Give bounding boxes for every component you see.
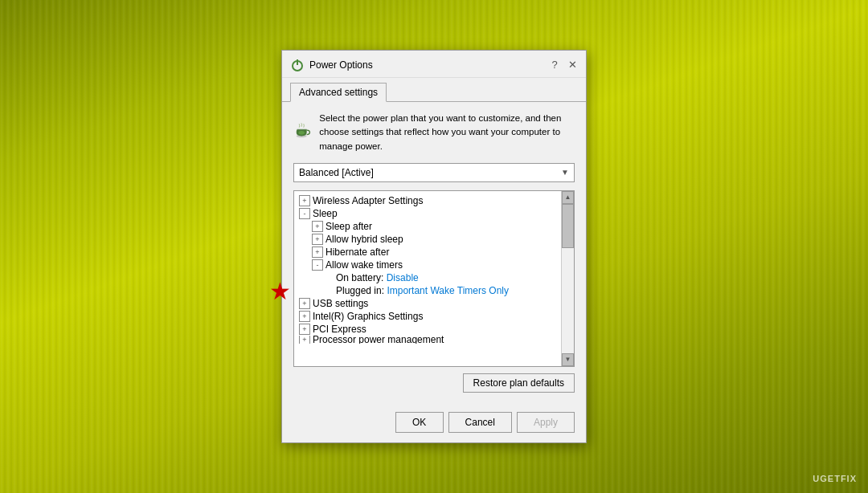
item-label: Sleep bbox=[313, 208, 338, 219]
item-label: Wireless Adapter Settings bbox=[313, 195, 423, 206]
intro-section: Select the power plan that you want to c… bbox=[293, 112, 575, 153]
list-item[interactable]: + USB settings bbox=[294, 297, 574, 310]
footer: OK Cancel Apply bbox=[282, 405, 586, 442]
list-item[interactable]: + PCI Express bbox=[294, 323, 574, 336]
dropdown-arrow-icon: ▼ bbox=[561, 168, 569, 177]
list-item[interactable]: + Wireless Adapter Settings bbox=[294, 194, 574, 207]
title-bar: Power Options ? ✕ bbox=[282, 51, 586, 78]
item-label: Allow hybrid sleep bbox=[326, 234, 403, 245]
expand-icon[interactable]: + bbox=[312, 221, 323, 232]
list-item[interactable]: + Intel(R) Graphics Settings bbox=[294, 310, 574, 323]
tree-wrapper: ★ + Wireless Adapter Settings - Sleep bbox=[293, 190, 575, 367]
cancel-button[interactable]: Cancel bbox=[448, 412, 512, 433]
window-title: Power Options bbox=[309, 59, 547, 71]
item-label: Allow wake timers bbox=[326, 259, 403, 271]
expand-icon[interactable]: + bbox=[299, 298, 310, 309]
expand-icon[interactable]: + bbox=[299, 195, 310, 206]
watermark: UGETFIX bbox=[813, 474, 857, 483]
plugged-in-value: Important Wake Timers Only bbox=[387, 285, 509, 296]
scrollbar-thumb[interactable] bbox=[562, 204, 574, 248]
scrollbar-track: ▲ ▼ bbox=[561, 191, 574, 366]
restore-defaults-button[interactable]: Restore plan defaults bbox=[463, 373, 575, 393]
expand-icon[interactable]: + bbox=[299, 311, 310, 322]
content-area: Select the power plan that you want to c… bbox=[282, 102, 586, 405]
item-label: Processor power management bbox=[313, 336, 444, 344]
tree-inner: + Wireless Adapter Settings - Sleep + Sl… bbox=[294, 191, 574, 366]
item-label: Hibernate after bbox=[326, 246, 389, 258]
expand-icon[interactable]: - bbox=[299, 208, 310, 219]
list-item[interactable]: + Processor power management bbox=[294, 336, 574, 344]
tab-advanced-settings[interactable]: Advanced settings bbox=[290, 83, 387, 102]
item-label: USB settings bbox=[313, 298, 368, 309]
title-bar-icon bbox=[290, 58, 305, 72]
svg-point-3 bbox=[298, 131, 304, 135]
list-item[interactable]: + Hibernate after bbox=[294, 246, 574, 259]
item-label: PCI Express bbox=[313, 324, 366, 335]
expand-icon[interactable]: - bbox=[312, 259, 323, 271]
list-item[interactable]: - Allow wake timers bbox=[294, 259, 574, 271]
tree-container[interactable]: + Wireless Adapter Settings - Sleep + Sl… bbox=[293, 190, 575, 367]
scrollbar-up-button[interactable]: ▲ bbox=[562, 191, 574, 204]
intro-text: Select the power plan that you want to c… bbox=[319, 112, 575, 153]
power-plan-icon bbox=[293, 112, 311, 150]
item-label: Plugged in: bbox=[336, 285, 387, 296]
list-item[interactable]: Plugged in: Important Wake Timers Only bbox=[294, 284, 574, 297]
item-label: Sleep after bbox=[326, 221, 372, 232]
restore-row: Restore plan defaults bbox=[293, 373, 575, 393]
title-bar-controls: ? ✕ bbox=[547, 58, 579, 72]
power-options-dialog: Power Options ? ✕ Advanced settings bbox=[281, 50, 587, 443]
svg-rect-1 bbox=[297, 59, 298, 65]
expand-icon[interactable]: + bbox=[312, 246, 323, 258]
ok-button[interactable]: OK bbox=[395, 412, 444, 433]
expand-icon[interactable]: + bbox=[299, 336, 310, 344]
power-plan-dropdown[interactable]: Balanced [Active] ▼ bbox=[293, 163, 575, 182]
list-item[interactable]: + Sleep after bbox=[294, 220, 574, 233]
on-battery-value: Disable bbox=[387, 272, 419, 283]
close-button[interactable]: ✕ bbox=[565, 58, 579, 72]
item-label: Intel(R) Graphics Settings bbox=[313, 311, 423, 322]
red-star-annotation: ★ bbox=[269, 277, 291, 305]
list-item[interactable]: On battery: Disable bbox=[294, 271, 574, 284]
dropdown-value: Balanced [Active] bbox=[299, 167, 374, 178]
tab-bar: Advanced settings bbox=[282, 78, 586, 102]
item-label: On battery: bbox=[336, 272, 387, 283]
apply-button[interactable]: Apply bbox=[517, 412, 575, 433]
help-button[interactable]: ? bbox=[547, 58, 562, 72]
list-item[interactable]: + Allow hybrid sleep bbox=[294, 233, 574, 246]
expand-icon[interactable]: + bbox=[312, 234, 323, 245]
list-item[interactable]: - Sleep bbox=[294, 207, 574, 220]
expand-icon[interactable]: + bbox=[299, 324, 310, 335]
scrollbar-down-button[interactable]: ▼ bbox=[562, 353, 574, 366]
dropdown-row: Balanced [Active] ▼ bbox=[293, 163, 575, 182]
